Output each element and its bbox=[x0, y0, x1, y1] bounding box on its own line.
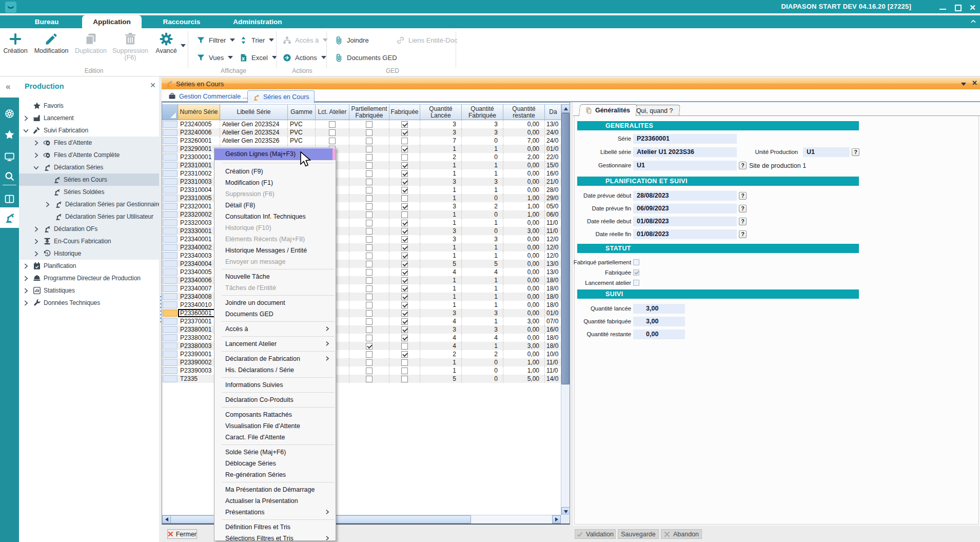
cell-quantite-lancee[interactable]: 1 bbox=[420, 186, 462, 194]
cell-partiellement-fabriquee[interactable] bbox=[349, 350, 389, 358]
cell-numero-serie[interactable]: P23240005 bbox=[178, 120, 220, 128]
nav-tree-item[interactable]: Files d'Attente bbox=[19, 137, 159, 149]
cell-quantite-restante[interactable]: 0,00 bbox=[503, 325, 545, 334]
fabriquee-checkbox[interactable] bbox=[401, 343, 408, 350]
menu-item[interactable]: Actualiser la Présentation bbox=[214, 495, 336, 507]
cell-partiellement-fabriquee[interactable] bbox=[349, 301, 389, 309]
menu-item[interactable]: Historique Messages / Entité bbox=[214, 245, 336, 256]
cell-quantite-lancee[interactable]: 1 bbox=[420, 366, 462, 375]
abandon-button[interactable]: Abandon bbox=[661, 529, 702, 539]
cell-partiellement-fabriquee[interactable] bbox=[349, 342, 389, 350]
cell-quantite-restante[interactable]: 1,00 bbox=[503, 194, 545, 202]
cell-partiellement-fabriquee[interactable] bbox=[349, 284, 389, 293]
collapse-panel-icon[interactable]: « bbox=[6, 82, 9, 92]
cell-quantite-restante[interactable]: 1,00 bbox=[503, 366, 545, 375]
fabriquee-checkbox[interactable] bbox=[633, 269, 639, 276]
partiellement-checkbox[interactable] bbox=[366, 335, 373, 341]
nav-tree-item[interactable]: Statistiques bbox=[19, 284, 159, 297]
cell-fabriquee[interactable] bbox=[389, 235, 420, 243]
menu-item[interactable]: Solde Série (Maj+F6) bbox=[214, 447, 336, 458]
validation-button[interactable]: Validation bbox=[575, 529, 616, 539]
cell-fabriquee[interactable] bbox=[389, 358, 420, 366]
cell-quantite-lancee[interactable]: 3 bbox=[420, 309, 462, 317]
cell-date[interactable]: 12/0 bbox=[545, 251, 561, 260]
menu-item[interactable]: Création (F9) bbox=[214, 166, 336, 177]
menu-item[interactable]: His. Déclarations / Série bbox=[214, 364, 336, 376]
cell-fabriquee[interactable] bbox=[389, 325, 420, 334]
cell-quantite-fabriquee[interactable]: 5 bbox=[462, 260, 503, 268]
cell-date[interactable]: 18/0 bbox=[545, 301, 561, 309]
cell-quantite-lancee[interactable]: 3 bbox=[420, 128, 462, 137]
cell-fabriquee[interactable] bbox=[389, 227, 420, 235]
partiellement-checkbox[interactable] bbox=[366, 179, 373, 185]
cell-quantite-restante[interactable]: 0,00 bbox=[503, 309, 545, 317]
partiellement-checkbox[interactable] bbox=[366, 220, 373, 226]
partiellement-checkbox[interactable] bbox=[366, 367, 373, 374]
menu-item[interactable]: Gestion Lignes (Maj+F3) bbox=[214, 148, 336, 160]
cell-date[interactable]: 01/0 bbox=[545, 145, 561, 153]
partiellement-checkbox[interactable] bbox=[366, 277, 373, 284]
partiellement-checkbox[interactable] bbox=[366, 244, 373, 251]
cell-fabriquee[interactable] bbox=[389, 202, 420, 210]
cell-quantite-restante[interactable]: 2,00 bbox=[503, 153, 545, 161]
fermer-button[interactable]: Fermer bbox=[167, 529, 197, 539]
cell-date[interactable]: 16/0 bbox=[545, 169, 561, 178]
menu-item[interactable]: Détail (F8) bbox=[214, 200, 336, 211]
partiellement-checkbox[interactable] bbox=[366, 351, 373, 358]
cell-quantite-restante[interactable]: 0,00 bbox=[503, 128, 545, 137]
fabriquee-checkbox[interactable] bbox=[401, 228, 408, 235]
fabriquee-checkbox[interactable] bbox=[401, 318, 408, 325]
row-selector-cell[interactable] bbox=[162, 334, 178, 342]
row-selector-cell[interactable] bbox=[162, 210, 178, 219]
tree-expander-icon[interactable] bbox=[23, 102, 33, 109]
cell-fabriquee[interactable] bbox=[389, 366, 420, 375]
doc-tab-gestion-commerciale[interactable]: Gestion Commerciale ... bbox=[164, 90, 252, 102]
cell-quantite-fabriquee[interactable]: 3 bbox=[462, 178, 503, 186]
cell-quantite-fabriquee[interactable]: 0 bbox=[462, 137, 503, 145]
cell-date[interactable]: 11/0 bbox=[545, 366, 561, 375]
fabriquee-checkbox[interactable] bbox=[401, 138, 408, 144]
column-header-partiellement-fabriquee[interactable]: PartiellementFabriquée bbox=[349, 104, 389, 120]
rail-item-favorites[interactable] bbox=[0, 125, 19, 144]
cell-quantite-fabriquee[interactable]: 0 bbox=[462, 358, 503, 366]
cell-date[interactable]: 13/0 bbox=[545, 120, 561, 128]
cell-date[interactable]: 12/0 bbox=[545, 243, 561, 251]
menu-item[interactable]: Définition Filtres et Tris bbox=[214, 521, 336, 533]
cell-quantite-lancee[interactable]: 1 bbox=[420, 284, 462, 293]
partiellement-checkbox[interactable] bbox=[366, 294, 373, 300]
cell-date[interactable]: 11/0 bbox=[545, 358, 561, 366]
row-selector-cell[interactable] bbox=[162, 366, 178, 375]
cell-fabriquee[interactable] bbox=[389, 301, 420, 309]
cell-date[interactable]: 12/0 bbox=[545, 235, 561, 243]
column-header-fabriquee[interactable]: Fabriquée bbox=[389, 104, 420, 120]
cell-quantite-lancee[interactable]: 5 bbox=[420, 260, 462, 268]
cell-quantite-lancee[interactable]: 7 bbox=[420, 137, 462, 145]
excel-button[interactable]: Excel bbox=[239, 52, 277, 63]
cell-partiellement-fabriquee[interactable] bbox=[349, 276, 389, 284]
cell-quantite-fabriquee[interactable]: 1 bbox=[462, 145, 503, 153]
cell-quantite-lancee[interactable]: 3 bbox=[420, 178, 462, 186]
column-header-date[interactable]: Da bbox=[545, 104, 561, 120]
row-selector-cell[interactable] bbox=[162, 260, 178, 268]
partiellement-checkbox[interactable] bbox=[366, 154, 373, 161]
fabriquee-checkbox[interactable] bbox=[401, 335, 408, 341]
menu-item[interactable]: Envoyer un message bbox=[214, 256, 336, 267]
tree-expander-icon[interactable] bbox=[43, 188, 53, 196]
close-button[interactable]: ✕ bbox=[969, 4, 976, 11]
row-selector-cell[interactable] bbox=[162, 219, 178, 227]
menu-item[interactable]: Présentations bbox=[214, 507, 336, 518]
fabriquee-checkbox[interactable] bbox=[401, 162, 408, 169]
cell-fabriquee[interactable] bbox=[389, 120, 420, 128]
cell-fabriquee[interactable] bbox=[389, 153, 420, 161]
column-header-quantite-lancee[interactable]: QuantitéLancée bbox=[420, 104, 462, 120]
tree-expander-icon[interactable] bbox=[33, 250, 43, 257]
nav-tree-item[interactable]: Déclaration Séries bbox=[19, 161, 159, 173]
date-reelle-fin-field[interactable]: 01/08/2023 bbox=[633, 229, 737, 239]
fabriquee-checkbox[interactable] bbox=[401, 244, 408, 251]
cell-date[interactable]: 18/0 bbox=[545, 334, 561, 342]
row-selector-cell[interactable] bbox=[162, 235, 178, 243]
menu-item[interactable]: Nouvelle Tâche bbox=[214, 271, 336, 282]
tree-expander-icon[interactable] bbox=[44, 213, 54, 220]
cell-fabriquee[interactable] bbox=[389, 284, 420, 293]
cell-quantite-lancee[interactable]: 1 bbox=[420, 301, 462, 309]
